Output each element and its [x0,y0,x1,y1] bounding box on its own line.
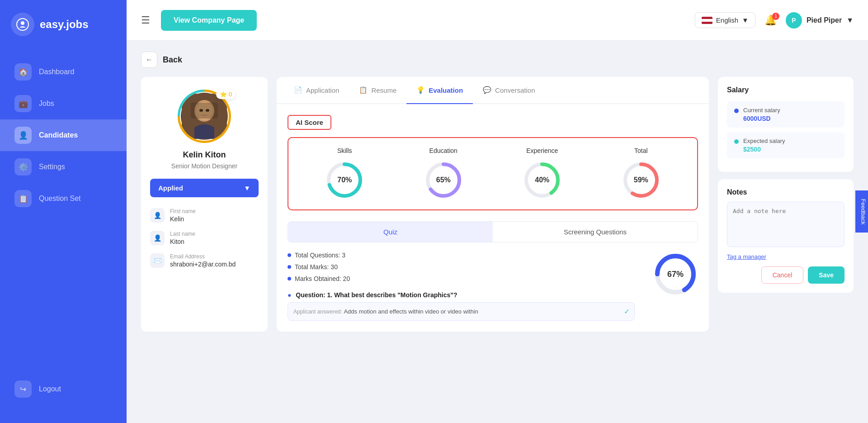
score-total: Total 59% [594,147,689,200]
email-item: ✉️ Email Address shraboni+2@ar.com.bd [150,253,259,268]
application-tab-icon: 📄 [294,86,302,94]
page-content: ← Back [127,41,868,423]
email-value: shraboni+2@ar.com.bd [170,261,236,268]
sidebar-item-candidates[interactable]: 👤 Candidates [0,119,127,151]
main-content: ☰ View Company Page English ▼ 🔔 1 P Pied… [127,0,868,423]
candidate-card: ⭐ 0 Kelin Kiton Senior Motion Designer A… [141,77,268,332]
back-button[interactable]: ← [141,52,157,68]
notes-actions: Cancel Save [727,266,844,284]
tab-application[interactable]: 📄 Application [284,77,349,104]
logo-icon [11,13,34,36]
education-donut: 65% [423,160,464,200]
jobs-icon: 💼 [14,95,32,112]
notification-bell[interactable]: 🔔 1 [764,14,777,26]
email-icon: ✉️ [150,253,165,268]
sub-tab-quiz[interactable]: Quiz [288,222,493,242]
sidebar-item-question-set[interactable]: 📋 Question Set [0,183,127,214]
total-label: Total [634,147,648,154]
quiz-donut-wrapper: 67% [653,252,698,297]
candidate-title: Senior Motion Designer [171,162,237,170]
tab-resume[interactable]: 📋 Resume [349,77,406,104]
language-selector[interactable]: English ▼ [695,12,755,28]
feedback-tab[interactable]: Feedback [855,190,868,233]
cancel-button[interactable]: Cancel [761,266,804,284]
total-marks-stat: Total Marks: 30 [288,263,635,271]
current-salary-label: Current salary [743,107,780,114]
status-label: Applied [158,184,183,192]
score-grid: Skills 70% [288,137,698,210]
experience-label: Experience [526,147,558,154]
flag-icon [702,17,712,24]
bullet-icon-2 [288,265,291,269]
feedback-label: Feedback [860,199,867,224]
first-name-content: First name Kelin [170,208,196,223]
sidebar-item-logout[interactable]: ↪ Logout [0,373,127,405]
quiz-content: Total Questions: 3 Total Marks: 30 Marks… [288,252,698,321]
screening-tab-label: Screening Questions [564,228,627,236]
dropdown-arrow: ▼ [244,184,250,192]
total-questions-stat: Total Questions: 3 [288,252,635,259]
notes-title: Notes [727,188,844,196]
status-dropdown[interactable]: Applied ▼ [150,179,259,197]
sidebar-item-jobs[interactable]: 💼 Jobs [0,88,127,119]
back-row: ← Back [141,52,854,68]
score-experience: Experience 40% [495,147,590,200]
save-button[interactable]: Save [808,266,844,284]
last-name-value: Kiton [170,238,195,245]
bullet-icon [288,253,291,257]
sub-tab-screening[interactable]: Screening Questions [493,222,698,242]
notes-input[interactable] [727,202,844,247]
resume-tab-icon: 📋 [359,86,368,94]
language-label: English [716,16,738,24]
total-marks-label: Total Marks: 30 [295,263,338,271]
company-chevron-icon: ▼ [846,16,854,24]
skills-label: Skills [337,147,352,154]
topbar: ☰ View Company Page English ▼ 🔔 1 P Pied… [127,0,868,41]
tab-conversation[interactable]: 💬 Conversation [473,77,545,104]
tab-bar: 📄 Application 📋 Resume 💡 Evaluation 💬 Co… [277,77,709,104]
candidate-name: Kelin Kiton [183,150,226,160]
salary-card: Salary Current salary 6000USD Expected s… [718,77,854,172]
total-questions-label: Total Questions: 3 [295,252,345,259]
avatar-inner [180,92,229,141]
company-selector[interactable]: P Pied Piper ▼ [786,12,854,29]
tab-evaluation-content: AI Score Skills 70% [277,104,709,332]
evaluation-tab-icon: 💡 [416,86,425,94]
bullet-q: ● [288,291,291,299]
company-name: Pied Piper [807,16,842,24]
applicant-answered-text: Adds motion and effects within video or … [344,308,478,315]
main-panel: 📄 Application 📋 Resume 💡 Evaluation 💬 Co… [277,77,709,332]
sidebar-item-settings[interactable]: ⚙️ Settings [0,151,127,183]
last-name-label: Last name [170,231,195,237]
check-icon: ✓ [624,307,630,316]
quiz-percent: 67% [667,270,684,279]
svg-rect-7 [191,103,218,119]
dashboard-icon: 🏠 [14,63,32,81]
star-icon: ⭐ [220,91,227,98]
current-salary-info: Current salary 6000USD [743,107,780,122]
question-1-text: Question: 1. What best describes "Motion… [296,291,457,299]
answer-box: Applicant answered: Adds motion and effe… [288,302,635,321]
email-content: Email Address shraboni+2@ar.com.bd [170,253,236,268]
email-label: Email Address [170,253,236,260]
person-icon: 👤 [150,208,165,223]
person-icon-2: 👤 [150,231,165,245]
tab-evaluation[interactable]: 💡 Evaluation [406,77,473,104]
tab-application-label: Application [306,86,339,94]
education-value: 65% [436,176,451,184]
tag-manager-link[interactable]: Tag a manager [727,253,844,260]
notes-card: Notes Tag a manager Cancel Save [718,179,854,293]
view-company-button[interactable]: View Company Page [161,10,257,31]
star-badge: ⭐ 0 [216,90,236,99]
hamburger-icon[interactable]: ☰ [141,14,150,26]
tab-evaluation-label: Evaluation [429,86,463,94]
first-name-value: Kelin [170,215,196,223]
score-education: Education 65% [396,147,491,200]
marks-obtained-stat: Marks Obtained: 20 [288,275,635,282]
tab-conversation-label: Conversation [495,86,535,94]
sidebar-item-dashboard[interactable]: 🏠 Dashboard [0,56,127,88]
avatar-wrapper: ⭐ 0 [178,90,231,143]
sidebar-item-label-question-set: Question Set [39,195,81,203]
quiz-left: Total Questions: 3 Total Marks: 30 Marks… [288,252,635,321]
sidebar-logo: easy.jobs [0,0,127,49]
